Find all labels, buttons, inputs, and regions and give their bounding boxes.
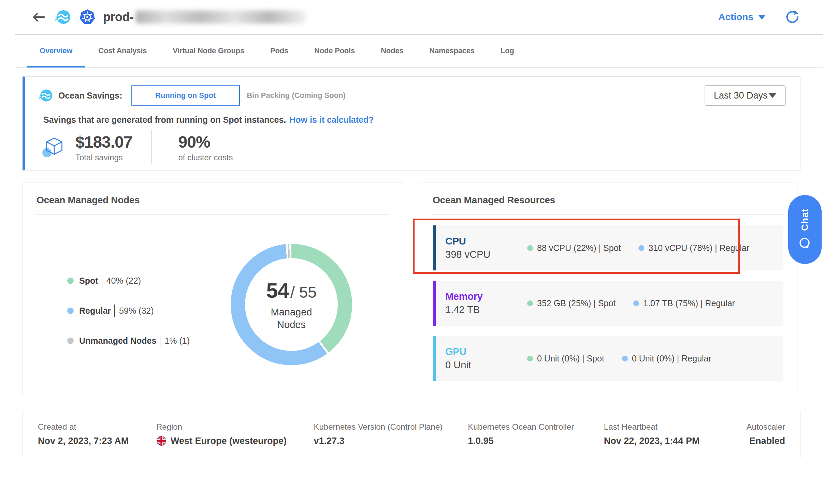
gpu-regular-stat: 0 Unit (0%) | Regular	[622, 354, 711, 364]
cluster-cost-caption: of cluster costs	[178, 153, 233, 162]
cluster-name-redacted	[135, 11, 306, 24]
cluster-overview-screen: prod- Actions Overview Cost Analysis Vir…	[0, 0, 823, 504]
header: prod- Actions	[0, 0, 823, 34]
total-count: / 55	[290, 283, 317, 301]
gpu-spot-stat: 0 Unit (0%) | Spot	[527, 354, 604, 364]
card-divider	[37, 214, 389, 215]
total-savings-metric: $183.07 Total savings	[75, 133, 132, 162]
tab-node-pools[interactable]: Node Pools	[301, 34, 368, 68]
spot-dot-icon	[527, 245, 533, 251]
uk-flag-icon	[156, 436, 167, 446]
cluster-cost-metric: 90% of cluster costs	[178, 133, 233, 162]
savings-toggle-group: Running on Spot Bin Packing (Coming Soon…	[131, 85, 353, 106]
ocean-logo-icon	[55, 9, 71, 25]
savings-cube-icon	[42, 135, 67, 160]
info-region: Region West Europe (westeurope)	[156, 422, 314, 446]
cluster-info-bar: Created at Nov 2, 2023, 7:23 AM Region	[23, 410, 800, 458]
managed-nodes-donut: 54 / 55 Managed Nodes	[231, 244, 352, 365]
actions-button[interactable]: Actions	[718, 12, 766, 23]
regular-dot-icon	[633, 300, 639, 306]
period-dropdown[interactable]: Last 30 Days	[705, 85, 786, 106]
legend-item-regular: Regular 59% (32)	[67, 305, 190, 317]
spot-dot-icon	[527, 356, 533, 361]
tab-overview[interactable]: Overview	[27, 34, 85, 68]
regular-dot-icon	[638, 245, 644, 251]
total-savings-caption: Total savings	[75, 153, 132, 162]
legend-item-unmanaged: Unmanaged Nodes 1% (1)	[67, 335, 190, 347]
total-savings-value: $183.07	[75, 133, 132, 151]
tab-cost-analysis[interactable]: Cost Analysis	[85, 34, 160, 68]
cpu-label: CPU	[445, 236, 527, 247]
tab-virtual-node-groups[interactable]: Virtual Node Groups	[160, 34, 257, 68]
chevron-down-icon	[768, 93, 777, 98]
tab-namespaces[interactable]: Namespaces	[416, 34, 488, 68]
chat-button[interactable]: Chat	[788, 195, 822, 264]
info-created-at: Created at Nov 2, 2023, 7:23 AM	[38, 422, 156, 446]
memory-spot-stat: 352 GB (25%) | Spot	[527, 298, 616, 308]
tab-nodes[interactable]: Nodes	[368, 34, 416, 68]
chevron-down-icon	[758, 15, 766, 19]
spot-dot-icon	[527, 300, 533, 306]
resource-row-cpu: CPU 398 vCPU 88 vCPU (22%) | Spot 310 vC…	[433, 225, 783, 270]
info-autoscaler: Autoscaler Enabled	[747, 422, 785, 446]
header-actions: Actions	[718, 10, 798, 24]
ocean-managed-resources-card: Ocean Managed Resources CPU 398 vCPU 88 …	[419, 182, 797, 396]
resource-row-gpu: GPU 0 Unit 0 Unit (0%) | Spot 0 Unit (0%…	[433, 336, 783, 381]
unmanaged-dot-icon	[67, 338, 74, 344]
ocean-savings-icon	[39, 88, 53, 103]
regular-dot-icon	[622, 356, 628, 361]
regular-dot-icon	[67, 308, 74, 314]
spot-dot-icon	[67, 278, 74, 284]
chat-bubble-icon	[798, 236, 812, 251]
resource-row-memory: Memory 1.42 TB 352 GB (25%) | Spot 1.07 …	[433, 281, 783, 326]
memory-regular-stat: 1.07 TB (75%) | Regular	[633, 298, 735, 308]
card-divider	[433, 214, 783, 215]
donut-center: 54 / 55 Managed Nodes	[245, 258, 338, 351]
legend-item-spot: Spot 40% (22)	[67, 275, 190, 287]
cpu-regular-stat: 310 vCPU (78%) | Regular	[638, 243, 749, 253]
period-dropdown-value: Last 30 Days	[714, 90, 768, 101]
bin-packing-toggle: Bin Packing (Coming Soon)	[240, 85, 353, 106]
nodes-legend: Spot 40% (22) Regular 59% (32) Unmanaged…	[67, 275, 190, 347]
gpu-label: GPU	[445, 346, 527, 357]
info-last-heartbeat: Last Heartbeat Nov 22, 2023, 1:44 PM	[604, 422, 747, 446]
autoscaler-status: Enabled	[747, 436, 785, 446]
ocean-savings-card: Ocean Savings: Running on Spot Bin Packi…	[23, 76, 800, 171]
ocean-savings-label: Ocean Savings:	[58, 91, 122, 101]
savings-description: Savings that are generated from running …	[39, 115, 786, 125]
page-title: prod-	[103, 10, 306, 24]
cluster-name-prefix: prod-	[103, 10, 133, 24]
main-content: Ocean Savings: Running on Spot Bin Packi…	[0, 68, 823, 458]
cpu-total: 398 vCPU	[445, 249, 527, 260]
refresh-button[interactable]	[785, 10, 798, 24]
tab-pods[interactable]: Pods	[257, 34, 301, 68]
running-on-spot-toggle[interactable]: Running on Spot	[131, 85, 240, 106]
cluster-cost-percent: 90%	[178, 133, 233, 151]
info-ocean-controller: Kubernetes Ocean Controller 1.0.95	[468, 422, 604, 446]
memory-label: Memory	[445, 291, 527, 302]
kubernetes-logo-icon	[79, 9, 96, 25]
back-button[interactable]	[31, 10, 46, 25]
tab-bar: Overview Cost Analysis Virtual Node Grou…	[0, 34, 823, 68]
chat-label: Chat	[799, 208, 810, 231]
actions-label: Actions	[718, 12, 753, 23]
gpu-total: 0 Unit	[445, 359, 527, 371]
cpu-spot-stat: 88 vCPU (22%) | Spot	[527, 243, 621, 253]
tab-log[interactable]: Log	[488, 34, 527, 68]
donut-caption: Managed Nodes	[261, 306, 322, 331]
how-calculated-link[interactable]: How is it calculated?	[289, 115, 374, 124]
memory-total: 1.42 TB	[445, 304, 527, 315]
managed-count: 54	[266, 278, 289, 302]
managed-resources-title: Ocean Managed Resources	[433, 195, 783, 206]
metrics-divider	[151, 130, 152, 164]
arrow-left-icon	[32, 12, 46, 23]
info-k8s-version: Kubernetes Version (Control Plane) v1.27…	[314, 422, 468, 446]
ocean-managed-nodes-card: Ocean Managed Nodes Spot 40% (22) Regula…	[23, 182, 403, 396]
tabbar-divider	[15, 67, 823, 68]
managed-nodes-title: Ocean Managed Nodes	[37, 195, 389, 206]
